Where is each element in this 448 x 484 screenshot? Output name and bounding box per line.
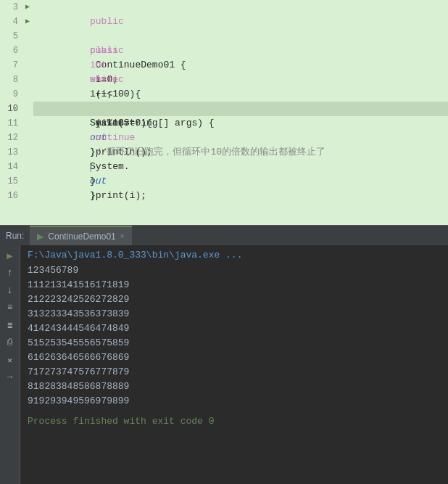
menu-button[interactable]: ≡ <box>3 300 17 315</box>
code-line-5[interactable]: int i=0; <box>33 29 448 44</box>
arrow-8 <box>22 73 33 87</box>
arrow-column: ▶ ▶ <box>22 0 33 225</box>
run-tab-close[interactable]: × <box>120 226 125 247</box>
editor-area: 3 4 5 6 7 8 9 10 11 12 13 14 15 16 ▶ ▶ <box>0 0 448 225</box>
arrow-9 <box>22 87 33 102</box>
arrow-10 <box>22 102 33 116</box>
code-line-10[interactable]: continue ;//循环仍旧跑完，但循环中10的倍数的输出都被终止了 <box>33 102 448 116</box>
arrow-16 <box>22 189 33 203</box>
arrow-14 <box>22 160 33 174</box>
output-line-10: 919293949596979899 <box>28 394 441 409</box>
code-line-9[interactable]: System. out .println(); <box>33 87 448 102</box>
line-num-5: 5 <box>13 29 18 44</box>
code-container: 3 4 5 6 7 8 9 10 11 12 13 14 15 16 ▶ ▶ <box>0 0 448 225</box>
arrow-15 <box>22 174 33 189</box>
line-num-13: 13 <box>8 145 18 160</box>
close-button[interactable]: ✕ <box>3 353 17 367</box>
line-num-11: 11 <box>8 116 18 131</box>
line-num-16: 16 <box>8 189 18 203</box>
line-num-12: 12 <box>8 131 18 145</box>
output-line-1: 123456789 <box>28 263 441 278</box>
run-panel: ▶ ↑ ↓ ≡ ≣ ⎙ ✕ → F:\Java\java1.8.0_333\bi… <box>0 245 448 484</box>
run-tab[interactable]: ▶ ContinueDemo01 × <box>30 226 131 246</box>
line-num-10: 10 <box>8 102 18 116</box>
line-num-8: 8 <box>13 73 18 87</box>
output-line-4: 313233343536373839 <box>28 307 441 321</box>
code-line-16[interactable] <box>33 189 448 203</box>
line-num-7: 7 <box>13 58 18 73</box>
app-container: 3 4 5 6 7 8 9 10 11 12 13 14 15 16 ▶ ▶ <box>0 0 448 484</box>
run-output: F:\Java\java1.8.0_333\bin\java.exe ... 1… <box>20 245 448 484</box>
output-line-2: 111213141516171819 <box>28 278 441 292</box>
line-num-14: 14 <box>8 160 18 174</box>
arrow-7 <box>22 58 33 73</box>
output-line-7: 616263646566676869 <box>28 350 441 365</box>
arrow-3: ▶ <box>22 0 33 15</box>
code-line-8[interactable]: if (i%10==0){ <box>33 73 448 87</box>
arrow-11 <box>22 116 33 131</box>
scroll-up-button[interactable]: ↑ <box>3 266 17 280</box>
run-label: Run: <box>0 231 30 241</box>
code-line-13[interactable]: } <box>33 145 448 160</box>
output-line-6: 515253545556575859 <box>28 336 441 350</box>
arrow-right-button[interactable]: → <box>3 370 17 385</box>
line-num-9: 9 <box>13 87 18 102</box>
run-tab-bar: Run: ▶ ContinueDemo01 × <box>0 225 448 245</box>
arrow-6 <box>22 44 33 58</box>
code-lines[interactable]: public class ContinueDemo01 { public sta… <box>33 0 448 225</box>
process-finished: Process finished with exit code 0 <box>28 416 441 427</box>
run-button[interactable]: ▶ <box>3 248 17 263</box>
line-num-15: 15 <box>8 174 18 189</box>
list-button[interactable]: ≣ <box>3 318 17 332</box>
output-line-5: 414243444546474849 <box>28 321 441 336</box>
output-line-9: 818283848586878889 <box>28 380 441 394</box>
scroll-down-button[interactable]: ↓ <box>3 283 17 298</box>
code-line-3[interactable]: public class ContinueDemo01 { <box>33 0 448 15</box>
code-line-7[interactable]: i++; <box>33 58 448 73</box>
code-line-11[interactable]: } <box>33 116 448 131</box>
arrow-12 <box>22 131 33 145</box>
code-line-12[interactable]: System. out .print(i); <box>33 131 448 145</box>
arrow-4: ▶ <box>22 15 33 29</box>
code-line-15[interactable]: } <box>33 174 448 189</box>
run-tab-name: ContinueDemo01 <box>48 226 115 247</box>
print-button[interactable]: ⎙ <box>3 335 17 350</box>
code-line-6[interactable]: while (i<100){ <box>33 44 448 58</box>
run-path: F:\Java\java1.8.0_333\bin\java.exe ... <box>28 250 441 261</box>
output-line-3: 212223242526272829 <box>28 292 441 307</box>
run-tab-icon: ▶ <box>37 226 43 247</box>
arrow-5 <box>22 29 33 44</box>
line-num-3: 3 <box>13 0 18 15</box>
run-sidebar: ▶ ↑ ↓ ≡ ≣ ⎙ ✕ → <box>0 245 20 484</box>
line-num-4: 4 <box>13 15 18 29</box>
code-line-4[interactable]: public static void main(String[] args) { <box>33 15 448 29</box>
output-line-8: 717273747576777879 <box>28 365 441 380</box>
line-num-6: 6 <box>13 44 18 58</box>
arrow-13 <box>22 145 33 160</box>
code-line-14[interactable]: } <box>33 160 448 174</box>
line-numbers: 3 4 5 6 7 8 9 10 11 12 13 14 15 16 <box>0 0 22 225</box>
